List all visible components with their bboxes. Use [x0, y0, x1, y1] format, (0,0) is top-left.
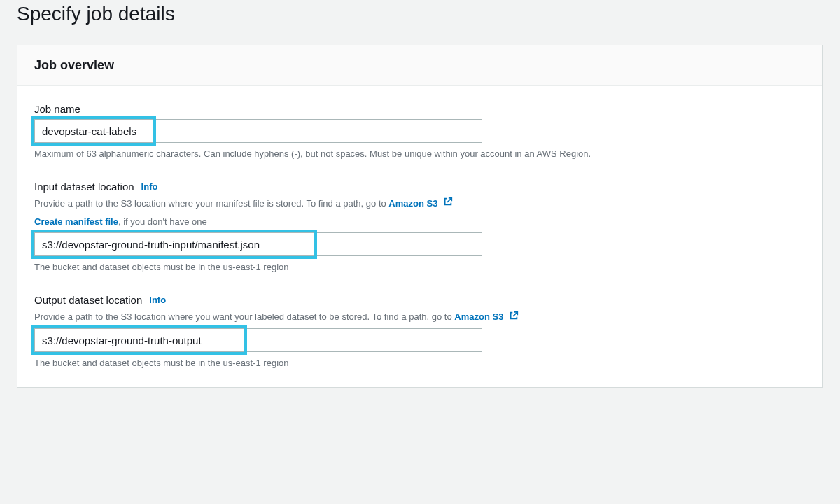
input-dataset-label-row: Input dataset location Info: [34, 181, 806, 192]
input-dataset-below-help: The bucket and dataset objects must be i…: [34, 260, 806, 274]
job-name-field: Job name Maximum of 63 alphanumeric char…: [34, 103, 806, 161]
external-link-icon: [443, 197, 453, 211]
page-title: Specify job details: [17, 0, 823, 45]
input-info-link[interactable]: Info: [141, 181, 158, 192]
input-desc-prefix: Provide a path to the S3 location where …: [34, 198, 388, 209]
output-desc-prefix: Provide a path to the S3 location where …: [34, 312, 454, 322]
output-dataset-input[interactable]: [34, 328, 482, 352]
panel-header-title: Job overview: [34, 58, 806, 73]
create-manifest-row: Create manifest file, if you don't have …: [34, 215, 806, 229]
output-dataset-label: Output dataset location: [34, 294, 142, 306]
page-container: Specify job details Job overview Job nam…: [0, 0, 840, 419]
input-dataset-field: Input dataset location Info Provide a pa…: [34, 181, 806, 274]
job-name-input-wrapper: [34, 119, 482, 143]
output-dataset-below-help: The bucket and dataset objects must be i…: [34, 356, 806, 370]
input-dataset-label: Input dataset location: [34, 181, 134, 192]
job-name-input[interactable]: [34, 119, 482, 143]
input-dataset-input[interactable]: [34, 232, 482, 256]
create-manifest-suffix: , if you don't have one: [118, 216, 207, 227]
job-overview-panel: Job overview Job name Maximum of 63 alph…: [17, 45, 823, 388]
panel-body: Job name Maximum of 63 alphanumeric char…: [18, 86, 822, 387]
output-dataset-label-row: Output dataset location Info: [34, 294, 806, 306]
amazon-s3-link-output[interactable]: Amazon S3: [454, 312, 519, 322]
amazon-s3-link-input[interactable]: Amazon S3: [388, 198, 453, 209]
output-dataset-field: Output dataset location Info Provide a p…: [34, 294, 806, 370]
panel-header: Job overview: [18, 46, 822, 86]
output-dataset-desc: Provide a path to the S3 location where …: [34, 310, 806, 324]
create-manifest-link[interactable]: Create manifest file: [34, 216, 118, 227]
job-name-help: Maximum of 63 alphanumeric characters. C…: [34, 147, 806, 161]
external-link-icon: [509, 311, 519, 325]
output-info-link[interactable]: Info: [149, 295, 166, 305]
output-dataset-input-wrapper: [34, 328, 482, 352]
input-dataset-input-wrapper: [34, 232, 482, 256]
input-dataset-desc: Provide a path to the S3 location where …: [34, 197, 806, 211]
job-name-label: Job name: [34, 103, 806, 115]
